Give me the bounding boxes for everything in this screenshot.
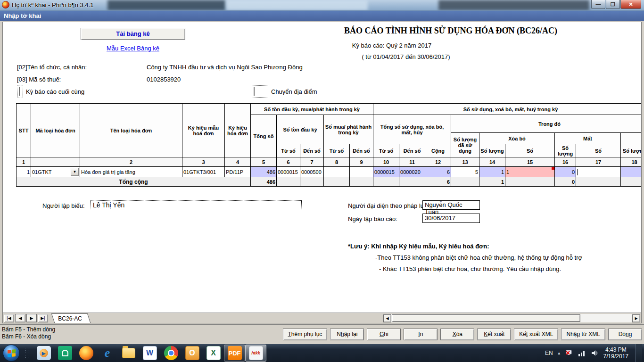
nhap-lai-button[interactable]: Nhập lại xyxy=(330,329,364,340)
ket-xuat-button[interactable]: Kết xuất xyxy=(477,329,511,340)
group-header-xoa-bo: Xóa bỏ xyxy=(479,133,555,144)
minimize-button[interactable]: — xyxy=(591,0,605,9)
total-c14: 1 xyxy=(479,177,505,187)
cell-c7[interactable]: 0000500 xyxy=(300,167,324,177)
representative-input[interactable]: Nguyễn Quốc Tuấn xyxy=(422,200,480,210)
table-row: 1 01GTKT ▼ Hóa đơn giá trị gia tăng 01GT… xyxy=(17,167,642,177)
language-indicator[interactable]: EN xyxy=(545,350,553,356)
final-period-checkbox[interactable] xyxy=(17,85,23,98)
close-button[interactable]: ✕ xyxy=(620,0,641,9)
desktop: Hç trî kª khai - Phiªn b¶n 3.4.1 — ❐ ✕ N… xyxy=(0,0,644,362)
taskbar-item-media-player[interactable]: ▶ xyxy=(33,345,54,362)
cell-c17-active[interactable] xyxy=(576,167,621,177)
next-sheet-icon[interactable]: ▶ xyxy=(26,314,37,322)
taskbar-item-excel[interactable]: X xyxy=(203,345,224,362)
cell-c15-error[interactable]: 1 xyxy=(505,167,555,177)
hidden-icons-arrow[interactable]: ▲ xyxy=(557,351,561,355)
last-sheet-icon[interactable]: ▶| xyxy=(38,314,48,322)
word-icon: W xyxy=(143,346,157,360)
nhap-tu-xml-button[interactable]: Nhập từ XML xyxy=(561,329,605,340)
ket-xuat-xml-button[interactable]: Kết xuất XML xyxy=(514,329,558,340)
col-header-den-so-7: Đến số xyxy=(300,144,324,157)
clock[interactable]: 4:43 PM 7/19/2017 xyxy=(603,346,631,360)
speaker-icon[interactable] xyxy=(591,349,599,357)
org-name-value: Công ty TNHH đầu tư và dịch vụ Ngôi Sao … xyxy=(147,64,303,71)
col-header-tu-so-6: Từ số xyxy=(277,144,300,157)
media-player-icon: ▶ xyxy=(37,346,51,360)
taskbar-item-chrome[interactable] xyxy=(160,345,182,362)
taskbar-item-firefox[interactable] xyxy=(75,345,97,362)
them-phu-luc-button[interactable]: Thêm phụ lục xyxy=(283,329,328,340)
chrome-icon xyxy=(164,346,178,360)
org-name-label: [02]Tên tổ chức, cá nhân: xyxy=(17,64,87,71)
signal-bars-icon[interactable] xyxy=(578,349,586,357)
note-line-1: -Theo TT153 không phân biệt chữ hoa chữ … xyxy=(375,254,582,261)
green-app-icon xyxy=(58,346,72,360)
in-button[interactable]: In xyxy=(404,329,438,340)
dong-button[interactable]: Đóng xyxy=(608,329,642,340)
scroll-left-icon[interactable]: ◀ xyxy=(383,314,391,322)
report-date-input[interactable]: 30/06/2017 xyxy=(422,214,480,223)
internet-explorer-icon: e xyxy=(100,346,115,360)
col-header-so-luong-14: Số lượng xyxy=(479,144,505,157)
cell-ten-loai[interactable]: Hóa đơn giá trị gia tăng xyxy=(80,167,182,177)
invoice-usage-table: STT Mã loại hóa đơn Tên loại hóa đơn Ký … xyxy=(16,103,642,188)
taskbar-item-foxit[interactable]: PDF xyxy=(224,345,245,362)
title-bar: Hç trî kª khai - Phiªn b¶n 3.4.1 — ❐ ✕ xyxy=(0,0,644,11)
cell-ky-hieu-mau[interactable]: 01GTKT3/001 xyxy=(182,167,225,177)
cell-ky-hieu[interactable]: PD/11P xyxy=(225,167,251,177)
cell-c6[interactable]: 0000015 xyxy=(277,167,300,177)
final-period-checkbox-label: Kỳ báo cáo cuối cùng xyxy=(26,88,84,95)
first-sheet-icon[interactable]: |◀ xyxy=(4,314,14,322)
form-panel: Tải bảng kê Mẫu Excel Bảng kê BÁO CÁO TÌ… xyxy=(2,22,642,323)
col-header-so-17: Số xyxy=(576,144,621,157)
network-disconnected-icon[interactable] xyxy=(565,349,574,357)
total-label: Tổng cộng xyxy=(17,177,251,187)
group-header-su-dung: Số sử dụng, xoá bỏ, mất, huý trong kỳ xyxy=(373,104,642,115)
relocation-checkbox[interactable] xyxy=(252,85,268,98)
status-line-f6: Bấm F6 - Xóa dòng xyxy=(2,333,55,340)
group-header-mat: Mất xyxy=(555,133,621,144)
load-statement-button[interactable]: Tải bảng kê xyxy=(81,28,185,40)
prev-sheet-icon[interactable]: ◀ xyxy=(15,314,25,322)
note-line-2: - Khác TT153 phân biệt chữ hoa, chữ thườ… xyxy=(379,265,561,272)
taskbar-item-internet-explorer[interactable]: e xyxy=(97,345,118,362)
action-button-bar: Thêm phụ lục Nhập lại Ghi In Xóa Kết xuấ… xyxy=(283,329,643,340)
ghi-button[interactable]: Ghi xyxy=(367,329,401,340)
window-title: Hç trî kª khai - Phiªn b¶n 3.4.1 xyxy=(12,1,93,8)
col-header-tu-so-10: Từ số xyxy=(373,144,399,157)
chevron-down-icon[interactable]: ▼ xyxy=(71,168,79,176)
report-date-range: ( từ 01/04/2017 đến 30/06/2017) xyxy=(300,53,512,60)
restore-button[interactable]: ❐ xyxy=(606,0,620,9)
scrollbar-thumb[interactable] xyxy=(392,314,580,322)
taskbar-item-outlook[interactable]: O xyxy=(182,345,203,362)
taskbar-item-green-app[interactable] xyxy=(54,345,75,362)
scroll-right-icon[interactable]: ▶ xyxy=(632,314,640,322)
menu-item-nhap-to-khai[interactable]: Nhập tờ khai xyxy=(4,12,41,19)
preparer-input[interactable]: Lê Thị Yến xyxy=(91,200,302,210)
taskbar-item-htkk[interactable]: htkk xyxy=(245,345,266,362)
col-header-stt: STT xyxy=(17,104,31,157)
invoice-type-combobox[interactable]: 01GTKT ▼ xyxy=(31,167,80,177)
tab-bc26-ac[interactable]: BC26-AC xyxy=(51,313,91,323)
cell-c13[interactable]: 5 xyxy=(451,167,479,177)
system-tray: EN ▲ 4:43 PM 7/19/2017 xyxy=(545,344,644,362)
htkk-app-icon xyxy=(2,1,9,8)
start-button[interactable] xyxy=(3,345,20,362)
horizontal-scrollbar[interactable]: ◀ ▶ xyxy=(383,314,640,322)
column-number-row: 1 23 45 67 89 1011 1213 1415 1617 18 xyxy=(17,157,642,167)
report-date-label: Ngày lập báo cáo: xyxy=(348,215,397,222)
taskbar-item-file-explorer[interactable] xyxy=(118,345,139,362)
taskbar: ▶ e W O X PDF htkk EN ▲ 4:43 PM 7/19/201… xyxy=(0,344,644,362)
show-desktop-button[interactable] xyxy=(636,344,642,362)
cell-c9[interactable] xyxy=(350,167,373,177)
taskbar-item-word[interactable]: W xyxy=(139,345,160,362)
cell-c8[interactable] xyxy=(324,167,350,177)
col-header-so-15: Số xyxy=(505,144,555,157)
excel-template-link[interactable]: Mẫu Excel Bảng kê xyxy=(81,45,185,52)
sheet-tab-strip: |◀ ◀ ▶ ▶| BC26-AC ◀ ▶ xyxy=(3,313,641,323)
col-header-ma-loai: Mã loại hóa đơn xyxy=(31,104,80,157)
xoa-button[interactable]: Xóa xyxy=(440,329,474,340)
report-period: Kỳ báo cáo: Quý 2 năm 2017 xyxy=(286,42,498,49)
group-header-huy-cut xyxy=(621,133,642,144)
